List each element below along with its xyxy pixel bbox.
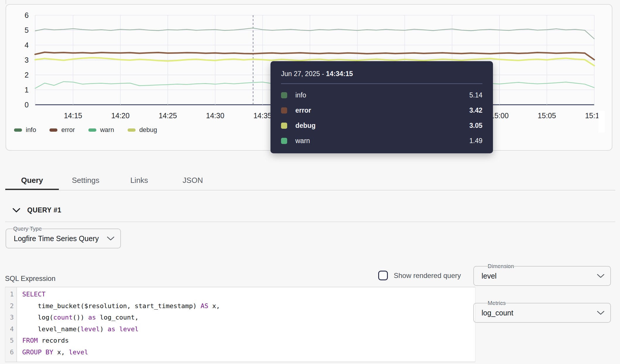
legend-label: error [61,126,75,134]
legend-label: info [26,126,36,134]
show-rendered-query-checkbox[interactable] [378,271,388,280]
chevron-down-icon [597,311,604,315]
sql-expression-label: SQL Expression [5,274,56,283]
tooltip-swatch-warn [281,138,287,144]
code-line: SELECT [22,289,475,300]
line-number: 4 [5,323,16,335]
tooltip-series-label: error [295,107,469,114]
code-line: time_bucket($resolution, start_timestamp… [22,300,475,312]
panel-edge-remnant [6,0,6,4]
tooltip-series-value: 3.42 [469,107,482,114]
chevron-down-icon [597,274,604,278]
legend-swatch-error [49,128,57,132]
sql-editor[interactable]: 123456 SELECT time_bucket($resolution, s… [5,287,475,362]
line-number: 6 [5,346,16,358]
legend-item-warn[interactable]: warn [88,126,114,134]
tab-label: Query [21,176,43,185]
code-line: FROM records [22,335,475,346]
code-line: level_name(level) as level [22,323,475,335]
chevron-down-icon [13,208,20,213]
tooltip-swatch-debug [281,123,287,129]
tooltip-series-value: 3.05 [469,122,482,130]
query-type-value: Logfire Time Series Query [6,234,107,243]
tooltip-date: Jun 27, 2025 - [281,70,326,78]
tab-label: Links [130,176,148,185]
tooltip-time: 14:34:15 [326,70,353,78]
tooltip-timestamp: Jun 27, 2025 - 14:34:15 [270,61,493,78]
metrics-value: log_count [474,309,597,317]
tooltip-row-error: error3.42 [270,103,493,118]
tooltip-series-label: debug [295,122,469,130]
legend-item-info[interactable]: info [14,126,36,134]
line-number: 2 [5,300,16,312]
code-line: log(count()) as log_count, [22,312,475,323]
legend-label: warn [100,126,114,134]
section-divider [5,222,615,222]
tab-bar: QuerySettingsLinksJSON [5,170,220,190]
legend-item-error[interactable]: error [49,126,75,134]
legend-label: debug [139,126,157,134]
chart-tooltip: Jun 27, 2025 - 14:34:15 info5.14error3.4… [270,61,493,153]
dimension-value: level [474,272,597,280]
tooltip-series-value: 5.14 [469,91,482,99]
scrollbar-thumb[interactable] [598,111,605,133]
query-type-select[interactable]: Logfire Time Series Query [6,229,121,248]
line-number: 3 [5,312,16,323]
tooltip-row-info: info5.14 [270,87,493,103]
show-rendered-query-row: Show rendered query [378,271,461,280]
tooltip-series-label: info [295,91,469,99]
tab-bar-divider [5,190,615,190]
tooltip-swatch-error [281,107,287,114]
legend-item-debug[interactable]: debug [128,126,157,134]
tab-settings[interactable]: Settings [59,170,112,190]
tab-query[interactable]: Query [5,170,59,190]
dimension-select[interactable]: level [473,266,611,286]
tab-json[interactable]: JSON [166,170,220,190]
tooltip-series-label: warn [295,137,469,145]
legend-swatch-debug [128,128,136,132]
chart-legend: infoerrorwarndebug [14,126,157,134]
tab-links[interactable]: Links [112,170,166,190]
query-section-title: QUERY #1 [27,206,61,214]
tooltip-series-value: 1.49 [469,137,482,145]
show-rendered-query-label: Show rendered query [394,272,461,280]
editor-code: SELECT time_bucket($resolution, start_ti… [17,287,475,362]
line-number: 1 [5,289,16,300]
tab-label: JSON [183,176,203,185]
tooltip-divider [281,83,482,84]
code-line: GROUP BY x, level [22,346,475,358]
legend-swatch-info [14,128,22,132]
editor-gutter: 123456 [5,287,17,362]
legend-swatch-warn [88,128,96,132]
tab-label: Settings [72,176,100,185]
chevron-down-icon [107,236,114,241]
tooltip-row-warn: warn1.49 [270,133,493,148]
metrics-select[interactable]: log_count [473,303,611,323]
tooltip-rows: info5.14error3.42debug3.05warn1.49 [270,87,493,148]
query-section-toggle[interactable]: QUERY #1 [13,206,61,214]
line-number: 5 [5,335,16,346]
tooltip-swatch-info [281,92,287,98]
tooltip-row-debug: debug3.05 [270,118,493,133]
